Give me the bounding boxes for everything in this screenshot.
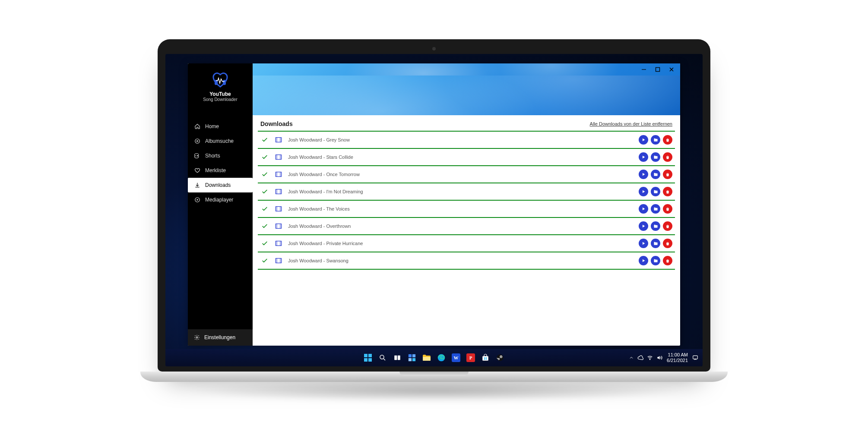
- play-button[interactable]: [639, 256, 648, 265]
- widgets-icon[interactable]: [407, 353, 417, 363]
- download-title: Josh Woodward - Overthrown: [288, 224, 634, 229]
- svg-rect-8: [276, 138, 281, 142]
- check-icon: [260, 154, 269, 161]
- file-explorer-icon[interactable]: [421, 353, 432, 363]
- svg-point-40: [501, 356, 501, 357]
- play-button[interactable]: [639, 187, 648, 196]
- svg-rect-15: [276, 258, 281, 263]
- open-folder-button[interactable]: [651, 187, 660, 196]
- download-row: Josh Woodward - Overthrown: [258, 217, 675, 234]
- check-icon: [260, 188, 269, 195]
- svg-point-38: [497, 354, 504, 361]
- open-folder-button[interactable]: [651, 170, 660, 179]
- svg-rect-7: [656, 68, 660, 72]
- app-logo-icon: [210, 71, 231, 88]
- search-icon[interactable]: [377, 353, 388, 363]
- brand-title: YouTube: [191, 91, 249, 97]
- store-icon[interactable]: [480, 353, 491, 363]
- play-button[interactable]: [639, 135, 648, 145]
- sidebar-item-label: Home: [205, 123, 219, 129]
- wifi-icon[interactable]: [647, 355, 653, 361]
- start-button[interactable]: [363, 353, 373, 363]
- delete-button[interactable]: [663, 221, 672, 231]
- play-button[interactable]: [639, 239, 648, 248]
- play-button[interactable]: [639, 152, 648, 162]
- sidebar-item-merkliste[interactable]: Merkliste: [188, 163, 253, 178]
- edge-icon[interactable]: [436, 353, 447, 363]
- svg-rect-14: [276, 241, 281, 246]
- taskbar-clock[interactable]: 11:00 AM 6/21/2021: [667, 352, 688, 363]
- play-button[interactable]: [639, 221, 648, 231]
- video-file-icon: [274, 137, 283, 143]
- svg-rect-26: [412, 358, 415, 361]
- main-panel: Downloads Alle Downloads von der Liste e…: [253, 63, 680, 345]
- cloud-icon[interactable]: [637, 355, 643, 361]
- delete-button[interactable]: [663, 204, 672, 214]
- sidebar-item-home[interactable]: Home: [188, 119, 253, 134]
- sidebar-item-shorts[interactable]: Shorts: [188, 148, 253, 163]
- download-row: Josh Woodward - The Voices: [258, 200, 675, 217]
- svg-rect-27: [423, 357, 431, 361]
- webcam-dot: [432, 47, 436, 50]
- sidebar-item-label: Einstellungen: [204, 334, 235, 340]
- delete-button[interactable]: [663, 152, 672, 162]
- svg-rect-35: [486, 357, 487, 358]
- open-folder-button[interactable]: [651, 256, 660, 265]
- sidebar-item-label: Albumsuche: [205, 138, 234, 144]
- window-maximize-button[interactable]: [653, 65, 663, 74]
- window-minimize-button[interactable]: [639, 65, 649, 74]
- download-row: Josh Woodward - Once Tomorrow: [258, 165, 675, 183]
- clear-all-link[interactable]: Alle Downloads von der Liste entfernen: [590, 121, 672, 126]
- notifications-icon[interactable]: [692, 355, 698, 361]
- svg-rect-12: [276, 207, 281, 211]
- open-folder-button[interactable]: [651, 204, 660, 214]
- window-titlebar: [253, 63, 680, 76]
- open-folder-button[interactable]: [651, 221, 660, 231]
- open-folder-button[interactable]: [651, 239, 660, 248]
- word-icon[interactable]: W: [451, 353, 461, 363]
- download-title: Josh Woodward - The Voices: [288, 206, 634, 211]
- svg-rect-36: [484, 359, 485, 359]
- shorts-icon: [194, 152, 201, 159]
- gear-icon: [194, 334, 200, 340]
- steam-icon[interactable]: [495, 353, 505, 363]
- sidebar-item-albumsuche[interactable]: Albumsuche: [188, 134, 253, 148]
- svg-rect-9: [276, 155, 281, 160]
- play-button[interactable]: [639, 204, 648, 214]
- video-file-icon: [274, 154, 283, 160]
- svg-rect-19: [368, 358, 372, 362]
- check-icon: [260, 240, 269, 247]
- volume-icon[interactable]: [656, 355, 662, 361]
- download-title: Josh Woodward - Once Tomorrow: [288, 172, 634, 177]
- open-folder-button[interactable]: [651, 152, 660, 162]
- download-row: Josh Woodward - Private Hurricane: [258, 234, 675, 252]
- window-close-button[interactable]: [666, 65, 677, 74]
- task-view-icon[interactable]: [392, 353, 402, 363]
- video-file-icon: [274, 171, 283, 177]
- sidebar-item-mediaplayer[interactable]: Mediaplayer: [188, 192, 253, 207]
- download-icon: [194, 182, 201, 189]
- delete-button[interactable]: [663, 239, 672, 248]
- powerpoint-icon[interactable]: P: [466, 353, 476, 363]
- delete-button[interactable]: [663, 187, 672, 196]
- svg-point-3: [197, 141, 198, 142]
- system-tray: 11:00 AM 6/21/2021: [629, 352, 703, 363]
- play-button[interactable]: [639, 170, 648, 179]
- sidebar-item-label: Shorts: [205, 153, 220, 159]
- sidebar-item-downloads[interactable]: Downloads: [188, 178, 253, 192]
- chevron-up-icon[interactable]: [629, 355, 634, 360]
- screen: YouTube Song Downloader Home: [165, 54, 703, 366]
- header-banner: [253, 76, 680, 115]
- download-title: Josh Woodward - Private Hurricane: [288, 241, 634, 246]
- clock-time: 11:00 AM: [667, 352, 688, 358]
- brand-block: YouTube Song Downloader: [188, 63, 253, 108]
- svg-rect-17: [368, 354, 372, 357]
- sidebar-item-settings[interactable]: Einstellungen: [188, 329, 253, 346]
- open-folder-button[interactable]: [651, 135, 660, 145]
- laptop-mockup: YouTube Song Downloader Home: [158, 39, 710, 401]
- sidebar-item-label: Merkliste: [205, 167, 226, 173]
- delete-button[interactable]: [663, 256, 672, 265]
- delete-button[interactable]: [663, 135, 672, 145]
- download-title: Josh Woodward - Swansong: [288, 258, 634, 263]
- delete-button[interactable]: [663, 170, 672, 179]
